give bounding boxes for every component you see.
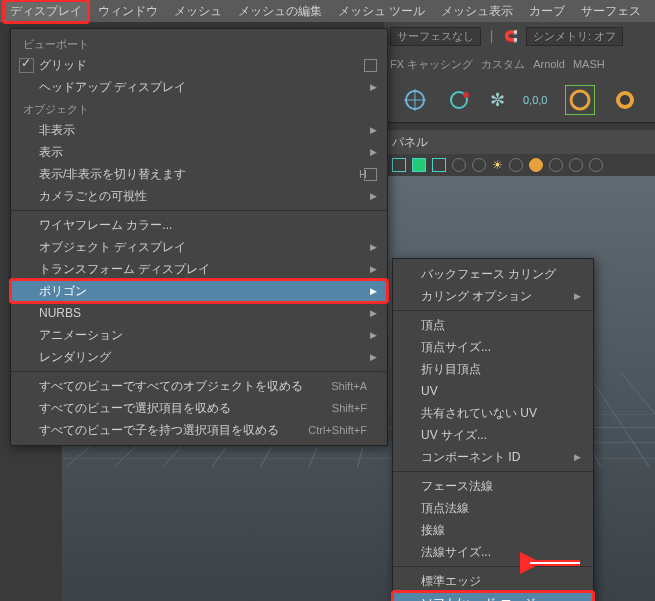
shortcut: Shift+F (332, 402, 367, 414)
mode-dot-5[interactable] (549, 158, 563, 172)
menu-item-objdisplay[interactable]: オブジェクト ディスプレイ (11, 236, 387, 258)
tab-mash[interactable]: MASH (573, 58, 605, 70)
separator (393, 310, 593, 311)
menu-label: オブジェクト ディスプレイ (39, 239, 186, 256)
viewport-shelf: ☀ (384, 154, 655, 177)
menu-label: UV (421, 384, 438, 398)
menu-label: 標準エッジ (421, 573, 481, 590)
menu-item-fit-children[interactable]: すべてのビューで子を持つ選択項目を収める Ctrl+Shift+F (11, 419, 387, 441)
menu-label: すべてのビューで子を持つ選択項目を収める (39, 422, 279, 439)
panel-header: パネル (384, 130, 655, 155)
menu-label: アニメーション (39, 327, 123, 344)
sub-face-normals[interactable]: フェース法線 (393, 475, 593, 497)
separator (11, 210, 387, 211)
sub-culling-options[interactable]: カリング オプション (393, 285, 593, 307)
menu-item-anim[interactable]: アニメーション (11, 324, 387, 346)
menubar-item-meshview[interactable]: メッシュ表示 (435, 1, 519, 22)
display-menu-header-viewport: ビューポート (11, 33, 387, 54)
snowflake-icon[interactable]: ✼ (490, 89, 505, 111)
mode-dot-3[interactable] (509, 158, 523, 172)
render-b-icon[interactable] (613, 88, 637, 112)
symmetry-mode[interactable]: シンメトリ: オフ (526, 27, 623, 46)
menu-item-fit-sel[interactable]: すべてのビューで選択項目を収める Shift+F (11, 397, 387, 419)
shaded-cube-icon[interactable] (412, 158, 426, 172)
menubar: ディスプレイ ウィンドウ メッシュ メッシュの編集 メッシュ ツール メッシュ表… (0, 0, 655, 22)
separator (393, 471, 593, 472)
render-a-icon[interactable] (565, 85, 595, 115)
mode-dot-2[interactable] (472, 158, 486, 172)
menubar-item-meshedit[interactable]: メッシュの編集 (232, 1, 328, 22)
menubar-item-surface[interactable]: サーフェス (575, 1, 647, 22)
menu-label: 頂点法線 (421, 500, 469, 517)
magnet-icon[interactable]: 🧲 (504, 30, 518, 43)
light-icon[interactable]: ☀ (492, 158, 503, 172)
menu-item-render[interactable]: レンダリング (11, 346, 387, 368)
sub-vertex-normals[interactable]: 頂点法線 (393, 497, 593, 519)
menu-label: 表示/非表示を切り替えます (39, 166, 186, 183)
menu-item-grid[interactable]: グリッド (11, 54, 387, 76)
wire-cube-icon[interactable] (392, 158, 406, 172)
menu-item-polygon[interactable]: ポリゴン (11, 280, 387, 302)
menu-item-hide[interactable]: 非表示 (11, 119, 387, 141)
menubar-item-deform[interactable]: デフォーム (651, 1, 655, 22)
menu-label: 頂点サイズ... (421, 339, 491, 356)
sub-standard-edge[interactable]: 標準エッジ (393, 570, 593, 592)
target-icon[interactable] (402, 87, 428, 113)
sub-soft-hard-edge[interactable]: ソフト/ハード エッジ (393, 592, 593, 601)
sub-uv-unshared[interactable]: 共有されていない UV (393, 402, 593, 424)
panel-label[interactable]: パネル (392, 134, 428, 151)
sub-tangents[interactable]: 接線 (393, 519, 593, 541)
menu-item-xformdisplay[interactable]: トランスフォーム ディスプレイ (11, 258, 387, 280)
menubar-item-curve[interactable]: カーブ (523, 1, 571, 22)
menu-item-show[interactable]: 表示 (11, 141, 387, 163)
menu-label: NURBS (39, 306, 81, 320)
tab-fx[interactable]: FX キャッシング (390, 57, 473, 72)
sub-uv[interactable]: UV (393, 380, 593, 402)
menubar-item-window[interactable]: ウィンドウ (92, 1, 164, 22)
menu-label: フェース法線 (421, 478, 493, 495)
menu-item-nurbs[interactable]: NURBS (11, 302, 387, 324)
menu-item-fit-all[interactable]: すべてのビューですべてのオブジェクトを収める Shift+A (11, 375, 387, 397)
menu-label: 非表示 (39, 122, 75, 139)
menu-label: UV サイズ... (421, 427, 487, 444)
menu-item-hud[interactable]: ヘッドアップ ディスプレイ (11, 76, 387, 98)
option-box-icon[interactable] (364, 59, 377, 72)
shortcut: Ctrl+Shift+F (308, 424, 367, 436)
sub-component-id[interactable]: コンポーネント ID (393, 446, 593, 468)
shelf-tabs: FX キャッシング カスタム Arnold MASH (384, 50, 655, 79)
svg-point-7 (620, 95, 630, 105)
menu-item-swap[interactable]: 表示/非表示を切り替えます H (11, 163, 387, 185)
divider: │ (489, 30, 496, 42)
menu-label: グリッド (39, 57, 87, 74)
display-menu-header-object: オブジェクト (11, 98, 387, 119)
mode-dot-1[interactable] (452, 158, 466, 172)
menubar-item-meshtool[interactable]: メッシュ ツール (332, 1, 431, 22)
sub-uv-size[interactable]: UV サイズ... (393, 424, 593, 446)
tab-arnold[interactable]: Arnold (533, 58, 565, 70)
menu-item-wireframe[interactable]: ワイヤフレーム カラー... (11, 214, 387, 236)
menu-label: すべてのビューですべてのオブジェクトを収める (39, 378, 303, 395)
mode-dot-4[interactable] (529, 158, 543, 172)
sub-vertex-size[interactable]: 頂点サイズ... (393, 336, 593, 358)
polygon-submenu: バックフェース カリング カリング オプション 頂点 頂点サイズ... 折り目頂… (392, 258, 594, 601)
tab-custom[interactable]: カスタム (481, 57, 525, 72)
surface-mode[interactable]: サーフェスなし (390, 27, 481, 46)
option-box-icon[interactable] (364, 168, 377, 181)
menu-label: 折り目頂点 (421, 361, 481, 378)
mode-dot-6[interactable] (569, 158, 583, 172)
menu-label: カメラごとの可視性 (39, 188, 147, 205)
textured-cube-icon[interactable] (432, 158, 446, 172)
menu-item-per-camera[interactable]: カメラごとの可視性 (11, 185, 387, 207)
separator (11, 371, 387, 372)
sub-crease[interactable]: 折り目頂点 (393, 358, 593, 380)
sub-normal-size[interactable]: 法線サイズ... (393, 541, 593, 563)
status-toolbar: サーフェスなし │ 🧲 シンメトリ: オフ (384, 22, 655, 51)
mode-dot-7[interactable] (589, 158, 603, 172)
menubar-item-mesh[interactable]: メッシュ (168, 1, 228, 22)
gear-icon[interactable] (446, 87, 472, 113)
menu-label: 法線サイズ... (421, 544, 491, 561)
menu-label: コンポーネント ID (421, 449, 520, 466)
sub-backface[interactable]: バックフェース カリング (393, 263, 593, 285)
menubar-item-display[interactable]: ディスプレイ (4, 1, 88, 22)
sub-vertex[interactable]: 頂点 (393, 314, 593, 336)
